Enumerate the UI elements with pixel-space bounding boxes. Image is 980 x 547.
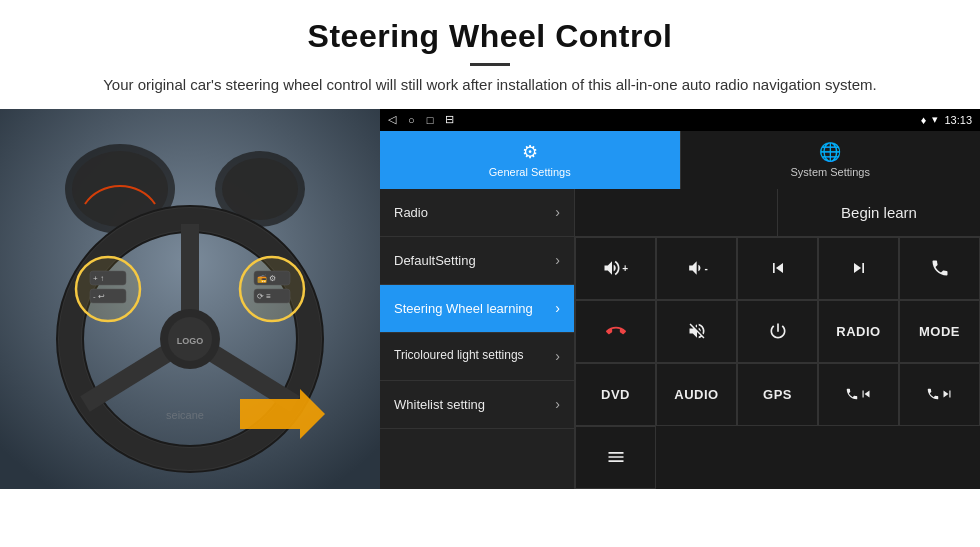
radio-label: RADIO	[836, 324, 880, 339]
chevron-icon-tricolour: ›	[555, 348, 560, 364]
svg-text:LOGO: LOGO	[177, 336, 204, 346]
vol-up-label: +	[622, 263, 628, 274]
svg-text:📻 ⚙: 📻 ⚙	[257, 273, 276, 283]
page-title: Steering Wheel Control	[40, 18, 940, 55]
chevron-icon-whitelist: ›	[555, 396, 560, 412]
main-content: LOGO + ↑ - ↩ 📻 ⚙ ⟳ ≡ seicane	[0, 109, 980, 489]
system-settings-icon: 🌐	[819, 141, 841, 163]
back-icon[interactable]: ◁	[388, 113, 396, 126]
signal-icon: ▾	[932, 113, 938, 126]
svg-point-4	[222, 158, 298, 220]
car-image: LOGO + ↑ - ↩ 📻 ⚙ ⟳ ≡ seicane	[0, 109, 380, 489]
status-bar-info: ♦ ▾ 13:13	[921, 113, 972, 126]
menu-item-steering[interactable]: Steering Wheel learning ›	[380, 285, 574, 333]
general-settings-icon: ⚙	[522, 141, 538, 163]
dvd-button[interactable]: DVD	[575, 363, 656, 426]
svg-text:-  ↩: - ↩	[93, 292, 105, 301]
vol-down-label: -	[705, 263, 709, 274]
recents-icon[interactable]: □	[427, 114, 434, 126]
svg-text:⟳  ≡: ⟳ ≡	[257, 292, 271, 301]
menu-steering-label: Steering Wheel learning	[394, 301, 555, 316]
vol-down-button[interactable]: -	[656, 237, 737, 300]
tab-general-label: General Settings	[489, 166, 571, 178]
begin-learn-label: Begin learn	[841, 204, 917, 221]
menu-item-tricolour[interactable]: Tricoloured light settings ›	[380, 333, 574, 381]
list-button[interactable]	[575, 426, 656, 489]
right-panel: Begin learn + -	[575, 189, 980, 489]
audio-label: AUDIO	[674, 387, 718, 402]
tab-system-settings[interactable]: 🌐 System Settings	[680, 131, 981, 189]
steering-wheel-svg: LOGO + ↑ - ↩ 📻 ⚙ ⟳ ≡ seicane	[0, 109, 380, 489]
top-row-left-empty	[575, 189, 778, 236]
menu-item-radio[interactable]: Radio ›	[380, 189, 574, 237]
button-grid: + -	[575, 237, 980, 489]
phone-next-button[interactable]	[899, 363, 980, 426]
dvd-label: DVD	[601, 387, 630, 402]
tab-bar: ⚙ General Settings 🌐 System Settings	[380, 131, 980, 189]
status-bar: ◁ ○ □ ⊟ ♦ ▾ 13:13	[380, 109, 980, 131]
title-divider	[470, 63, 510, 66]
menu-whitelist-label: Whitelist setting	[394, 397, 555, 412]
mute-button[interactable]	[656, 300, 737, 363]
power-button[interactable]	[737, 300, 818, 363]
vol-up-button[interactable]: +	[575, 237, 656, 300]
svg-text:seicane: seicane	[166, 409, 204, 421]
page-header: Steering Wheel Control Your original car…	[0, 0, 980, 109]
next-track-button[interactable]	[818, 237, 899, 300]
menu-default-label: DefaultSetting	[394, 253, 555, 268]
location-icon: ♦	[921, 114, 927, 126]
svg-text:+  ↑: + ↑	[93, 274, 104, 283]
menu-icon[interactable]: ⊟	[445, 113, 454, 126]
phone-prev-button[interactable]	[818, 363, 899, 426]
chevron-icon-default: ›	[555, 252, 560, 268]
tab-system-label: System Settings	[791, 166, 870, 178]
android-ui: ◁ ○ □ ⊟ ♦ ▾ 13:13 ⚙ General Settings 🌐 S…	[380, 109, 980, 489]
tab-general-settings[interactable]: ⚙ General Settings	[380, 131, 680, 189]
menu-item-whitelist[interactable]: Whitelist setting ›	[380, 381, 574, 429]
chevron-icon-radio: ›	[555, 204, 560, 220]
radio-button[interactable]: RADIO	[818, 300, 899, 363]
gps-label: GPS	[763, 387, 792, 402]
gps-button[interactable]: GPS	[737, 363, 818, 426]
menu-item-default[interactable]: DefaultSetting ›	[380, 237, 574, 285]
begin-learn-button[interactable]: Begin learn	[778, 189, 980, 236]
home-icon[interactable]: ○	[408, 114, 415, 126]
status-bar-nav: ◁ ○ □ ⊟	[388, 113, 454, 126]
hang-up-button[interactable]	[575, 300, 656, 363]
menu-radio-label: Radio	[394, 205, 555, 220]
content-area: Radio › DefaultSetting › Steering Wheel …	[380, 189, 980, 489]
clock: 13:13	[944, 114, 972, 126]
prev-track-button[interactable]	[737, 237, 818, 300]
top-row: Begin learn	[575, 189, 980, 237]
mode-label: MODE	[919, 324, 960, 339]
phone-answer-button[interactable]	[899, 237, 980, 300]
chevron-icon-steering: ›	[555, 300, 560, 316]
menu-tricolour-label: Tricoloured light settings	[394, 348, 555, 364]
audio-button[interactable]: AUDIO	[656, 363, 737, 426]
menu-panel: Radio › DefaultSetting › Steering Wheel …	[380, 189, 575, 489]
page-subtitle: Your original car's steering wheel contr…	[40, 74, 940, 97]
mode-button[interactable]: MODE	[899, 300, 980, 363]
